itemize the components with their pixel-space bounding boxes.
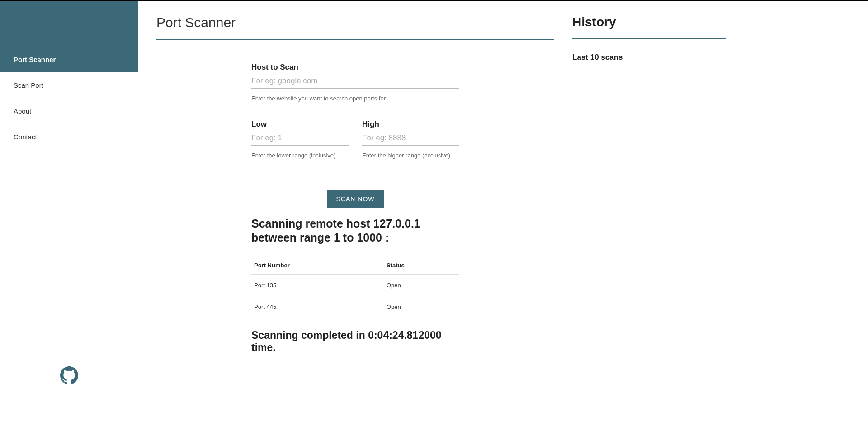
range-row: Low Enter the lower range (inclusive) Hi… — [251, 120, 459, 177]
submit-row: SCAN NOW — [251, 190, 459, 208]
sidebar-header — [0, 1, 138, 47]
sidebar-item-label: Port Scanner — [14, 56, 56, 63]
github-icon — [60, 378, 78, 386]
high-label: High — [362, 120, 459, 129]
cell-port: Port 445 — [251, 296, 384, 318]
page-title: Port Scanner — [156, 15, 554, 40]
center-panel: Port Scanner Host to Scan Enter the webs… — [156, 15, 554, 413]
high-field-group: High Enter the higher range (exclusive) — [362, 120, 459, 159]
sidebar-item-scan-port[interactable]: Scan Port — [0, 72, 138, 98]
sidebar-item-port-scanner[interactable]: Port Scanner — [0, 47, 138, 72]
col-status: Status — [384, 256, 459, 275]
low-helper: Enter the lower range (inclusive) — [251, 152, 349, 159]
result-heading: Scanning remote host 127.0.0.1 between r… — [251, 217, 459, 245]
result-table: Port Number Status Port 135 Open Port 44… — [251, 256, 459, 318]
table-row: Port 135 Open — [251, 274, 459, 296]
host-helper: Enter the website you want to search ope… — [251, 95, 459, 102]
scan-form: Host to Scan Enter the website you want … — [251, 63, 459, 354]
low-label: Low — [251, 120, 349, 129]
sidebar-item-label: About — [14, 107, 31, 115]
sidebar-item-label: Contact — [14, 133, 37, 141]
col-port-number: Port Number — [251, 256, 384, 275]
cell-status: Open — [384, 274, 459, 296]
history-subtitle: Last 10 scans — [572, 53, 726, 62]
sidebar-item-label: Scan Port — [14, 81, 43, 89]
low-field-group: Low Enter the lower range (inclusive) — [251, 120, 349, 159]
cell-status: Open — [384, 296, 459, 318]
low-input[interactable] — [251, 131, 349, 146]
host-input[interactable] — [251, 74, 459, 89]
sidebar-item-about[interactable]: About — [0, 98, 138, 124]
scan-now-button[interactable]: SCAN NOW — [327, 190, 384, 208]
host-label: Host to Scan — [251, 63, 459, 72]
completion-text: Scanning completed in 0:04:24.812000 tim… — [251, 329, 459, 354]
sidebar: Port Scanner Scan Port About Contact — [0, 1, 138, 427]
cell-port: Port 135 — [251, 274, 384, 296]
sidebar-item-contact[interactable]: Contact — [0, 124, 138, 150]
high-helper: Enter the higher range (exclusive) — [362, 152, 459, 159]
main-content: Port Scanner Host to Scan Enter the webs… — [138, 1, 868, 427]
history-panel: History Last 10 scans — [572, 15, 726, 413]
history-title: History — [572, 15, 726, 39]
host-field-group: Host to Scan Enter the website you want … — [251, 63, 459, 102]
table-row: Port 445 Open — [251, 296, 459, 318]
github-link[interactable] — [60, 366, 78, 386]
high-input[interactable] — [362, 131, 459, 146]
